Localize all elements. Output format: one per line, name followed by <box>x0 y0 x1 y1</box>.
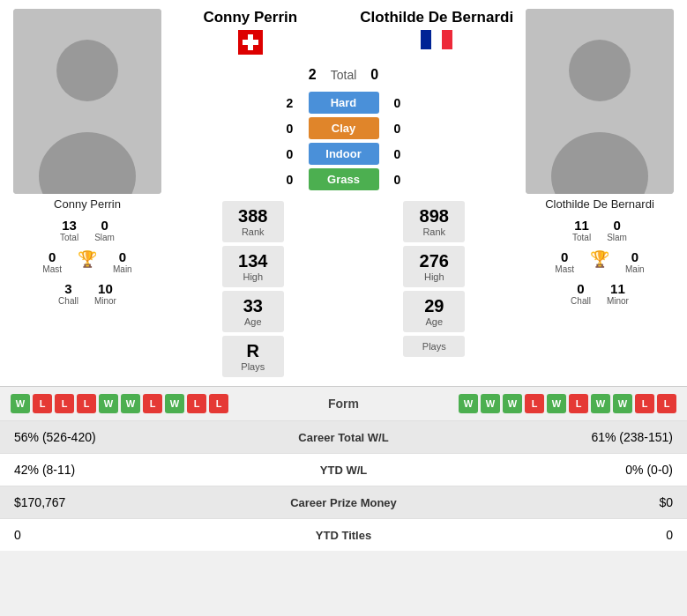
main-container: Conny Perrin 13 Total 0 Slam 0 Mast 🏆 <box>0 0 687 551</box>
stats-row-ytd-wl: 42% (8-11) YTD W/L 0% (0-0) <box>0 453 687 486</box>
surface-row-grass: 0 Grass 0 <box>282 168 406 190</box>
left-slam: 0 Slam <box>94 218 115 242</box>
total-row: 2 Total 0 <box>309 62 378 88</box>
stats-row-prize: $170,767 Career Prize Money $0 <box>0 486 687 518</box>
left-form-w4: W <box>165 394 184 413</box>
left-form-l2: L <box>55 394 74 413</box>
left-total: 13 Total <box>60 218 78 242</box>
right-age-box: 29 Age <box>403 291 465 332</box>
right-form-w5: W <box>591 394 610 413</box>
left-player-name-below: Conny Perrin <box>54 194 121 214</box>
left-bottom-stats: 13 Total 0 Slam <box>60 214 115 246</box>
left-chall: 3 Chall <box>58 281 78 306</box>
hard-badge: Hard <box>309 92 379 114</box>
surface-row-hard: 2 Hard 0 <box>282 92 406 114</box>
right-mast: 0 Mast <box>555 249 574 274</box>
svg-point-1 <box>56 40 118 101</box>
titles-left: 0 <box>14 528 234 542</box>
right-slam: 0 Slam <box>607 218 627 242</box>
right-bottom-stats: 11 Total 0 Slam <box>572 214 627 246</box>
right-form-w1: W <box>459 394 478 413</box>
right-form-l3: L <box>635 394 654 413</box>
left-flag <box>238 30 263 55</box>
center-block: Conny Perrin Clothilde De Bernardi <box>166 9 521 377</box>
left-form-l1: L <box>33 394 52 413</box>
left-age-box: 33 Age <box>222 291 284 332</box>
hard-right-score: 0 <box>390 96 406 110</box>
right-high-box: 276 High <box>403 246 465 287</box>
left-form-l6: L <box>209 394 228 413</box>
left-player-block: Conny Perrin 13 Total 0 Slam 0 Mast 🏆 <box>9 9 166 309</box>
left-form-badges: W L L L W W L W L L <box>11 394 228 413</box>
right-plays-box: Plays <box>403 336 465 357</box>
left-mast: 0 Mast <box>42 249 62 274</box>
right-player-name-below: Clothilde De Bernardi <box>545 194 654 214</box>
right-form-l2: L <box>569 394 588 413</box>
ytd-wl-label: YTD W/L <box>234 464 453 477</box>
left-player-name-header: Conny Perrin <box>166 9 335 26</box>
form-label: Form <box>328 397 359 411</box>
stats-row-titles: 0 YTD Titles 0 <box>0 518 687 551</box>
right-player-block: Clothilde De Bernardi 11 Total 0 Slam 0 … <box>521 9 678 309</box>
clay-left-score: 0 <box>282 122 298 136</box>
grass-right-score: 0 <box>390 173 406 187</box>
ytd-wl-right: 0% (0-0) <box>453 463 673 477</box>
total-label: Total <box>331 68 357 82</box>
titles-label: YTD Titles <box>234 529 453 542</box>
right-bottom-stats-3: 0 Chall 11 Minor <box>571 278 629 309</box>
career-wl-right: 61% (238-151) <box>453 430 673 444</box>
total-right: 0 <box>370 67 378 83</box>
form-section: W L L L W W L W L L Form W W W L W L W W… <box>0 386 687 420</box>
left-bottom-stats-3: 3 Chall 10 Minor <box>58 278 116 309</box>
left-trophy-icon: 🏆 <box>78 249 97 274</box>
left-minor: 10 Minor <box>94 281 116 306</box>
grass-badge: Grass <box>309 168 379 190</box>
total-left: 2 <box>309 67 317 83</box>
prize-right: $0 <box>453 495 673 509</box>
hard-left-score: 2 <box>282 96 298 110</box>
career-wl-label: Career Total W/L <box>234 431 453 444</box>
player-names-row: Conny Perrin Clothilde De Bernardi <box>166 9 521 30</box>
right-form-w4: W <box>547 394 566 413</box>
right-rank-box: 898 Rank <box>403 201 465 242</box>
left-form-l5: L <box>187 394 206 413</box>
left-form-l3: L <box>77 394 96 413</box>
left-form-w1: W <box>11 394 30 413</box>
right-trophy-icon: 🏆 <box>590 249 609 274</box>
clay-right-score: 0 <box>390 122 406 136</box>
titles-right: 0 <box>453 528 673 542</box>
prize-left: $170,767 <box>14 495 234 509</box>
stats-row-career-wl: 56% (526-420) Career Total W/L 61% (238-… <box>0 420 687 453</box>
career-wl-left: 56% (526-420) <box>14 430 234 444</box>
right-chall: 0 Chall <box>571 281 591 306</box>
right-main: 0 Main <box>625 249 645 274</box>
left-high-box: 134 High <box>222 246 284 287</box>
right-bottom-stats-2: 0 Mast 🏆 0 Main <box>555 246 644 278</box>
right-form-w2: W <box>481 394 500 413</box>
clay-badge: Clay <box>309 117 379 139</box>
right-minor: 11 Minor <box>607 281 629 306</box>
inline-stats: 388 Rank 134 High 33 Age R Plays <box>166 201 521 377</box>
right-form-badges: W W W L W L W W L L <box>459 394 676 413</box>
right-form-w6: W <box>613 394 632 413</box>
surface-row-indoor: 0 Indoor 0 <box>282 143 406 165</box>
left-form-w2: W <box>99 394 118 413</box>
right-flag-container <box>353 30 522 55</box>
ytd-wl-left: 42% (8-11) <box>14 463 234 477</box>
left-form-w3: W <box>121 394 140 413</box>
right-form-w3: W <box>503 394 522 413</box>
prize-label: Career Prize Money <box>234 496 453 509</box>
svg-point-4 <box>569 40 631 101</box>
right-player-photo <box>526 9 674 194</box>
left-plays-box: R Plays <box>222 336 284 377</box>
right-total: 11 Total <box>572 218 591 242</box>
left-form-l4: L <box>143 394 162 413</box>
right-form-l1: L <box>525 394 544 413</box>
surface-rows: 2 Hard 0 0 Clay 0 0 Indoor 0 0 Grass <box>282 88 406 194</box>
flag-row <box>166 30 521 55</box>
right-player-name-header: Clothilde De Bernardi <box>353 9 522 26</box>
left-rank-box: 388 Rank <box>222 201 284 242</box>
right-form-l4: L <box>657 394 676 413</box>
left-main: 0 Main <box>113 249 132 274</box>
top-section: Conny Perrin 13 Total 0 Slam 0 Mast 🏆 <box>0 0 687 386</box>
